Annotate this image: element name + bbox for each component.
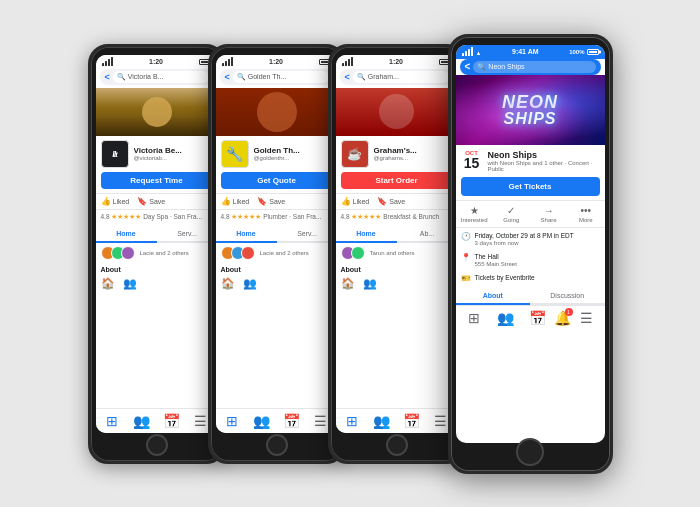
tab-home[interactable]: Home bbox=[96, 226, 157, 243]
stars: ★★★★★ bbox=[111, 213, 141, 220]
home-button[interactable] bbox=[386, 434, 408, 456]
search-input[interactable]: 🔍 Graham... bbox=[353, 71, 449, 83]
rating-category: Plumber · San Fra... bbox=[263, 213, 321, 220]
profile-name: Victoria Be... bbox=[134, 146, 213, 155]
search-bar-golden[interactable]: < 🔍 Golden Th... bbox=[220, 69, 334, 85]
search-bar-neon[interactable]: < 🔍 Neon Ships bbox=[460, 59, 601, 75]
profile-url: @victoriab... bbox=[134, 155, 213, 161]
action-button-victoria[interactable]: Request Time bbox=[101, 172, 213, 189]
signal-indicator: ▲ bbox=[462, 47, 482, 56]
rating-row: 4.8 ★★★★★ Day Spa · San Fra... bbox=[96, 210, 218, 224]
search-text: Neon Ships bbox=[488, 63, 524, 70]
phone-screen-golden: 1:20 < 🔍 Golden Th... bbox=[216, 55, 338, 433]
back-button[interactable]: < bbox=[345, 72, 350, 82]
search-input[interactable]: 🔍 Neon Ships bbox=[473, 61, 595, 73]
more-label: More bbox=[579, 217, 593, 223]
like-button[interactable]: 👍 Liked bbox=[341, 197, 370, 206]
search-bar-victoria[interactable]: < 🔍 Victoria B... bbox=[100, 69, 214, 85]
back-button[interactable]: < bbox=[465, 61, 471, 72]
tab-home[interactable]: Home bbox=[216, 226, 277, 243]
back-button[interactable]: < bbox=[105, 72, 110, 82]
nav-tabs: Home Serv... bbox=[96, 226, 218, 243]
event-action-share[interactable]: → Share bbox=[530, 201, 567, 227]
save-label: Save bbox=[389, 198, 405, 205]
event-action-interested[interactable]: ★ Interested bbox=[456, 201, 493, 227]
bottom-tab-people[interactable]: 👥 bbox=[247, 413, 277, 429]
profile-url: @grahams... bbox=[374, 155, 453, 161]
mini-avatar-3 bbox=[241, 246, 255, 260]
mini-avatar-2 bbox=[351, 246, 365, 260]
profile-info-golden: Golden Th... @goldenthr... bbox=[254, 146, 333, 161]
bottom-tab-calendar[interactable]: 📅 bbox=[522, 310, 554, 326]
bottom-tab-people[interactable]: 👥 bbox=[367, 413, 397, 429]
neon-ships-line1: NEON bbox=[502, 93, 558, 111]
action-button-golden[interactable]: Get Quote bbox=[221, 172, 333, 189]
phone-grahams: 1:20 < 🔍 Graham... bbox=[328, 44, 466, 464]
tab-about[interactable]: About bbox=[456, 288, 531, 305]
event-header: OCT 15 Neon Ships with Neon Ships and 1 … bbox=[456, 145, 605, 177]
bottom-tab-home[interactable]: ⊞ bbox=[218, 413, 248, 429]
bottom-tab-people[interactable]: 👥 bbox=[490, 310, 522, 326]
like-button[interactable]: 👍 Liked bbox=[221, 197, 250, 206]
bottom-tab-menu[interactable]: ☰ bbox=[571, 310, 603, 326]
about-icons: 🏠 👥 bbox=[101, 273, 213, 290]
back-button[interactable]: < bbox=[225, 72, 230, 82]
neon-ships-line2: SHIPS bbox=[502, 111, 558, 127]
like-save-row: 👍 Liked 🔖 Save bbox=[96, 193, 218, 210]
phone-victoria: 1:20 < 🔍 Victoria B... bbox=[88, 44, 226, 464]
event-day: 15 bbox=[464, 156, 480, 170]
bottom-tab-calendar[interactable]: 📅 bbox=[157, 413, 187, 429]
get-tickets-button[interactable]: Get Tickets bbox=[461, 177, 600, 196]
signal-indicator bbox=[102, 57, 113, 66]
save-button[interactable]: 🔖 Save bbox=[137, 197, 165, 206]
phone-body-victoria: 1:20 < 🔍 Victoria B... bbox=[88, 44, 226, 464]
location-text: The Hall 555 Main Street bbox=[475, 252, 517, 267]
action-button-grahams[interactable]: Start Order bbox=[341, 172, 453, 189]
nav-tabs: Home Serv... bbox=[216, 226, 338, 243]
vol-up-button bbox=[88, 117, 89, 142]
going-label: Going bbox=[503, 217, 519, 223]
signal-bar-2 bbox=[105, 61, 107, 66]
profile-name: Golden Th... bbox=[254, 146, 333, 155]
bottom-tab-home[interactable]: ⊞ bbox=[458, 310, 490, 326]
battery-fill bbox=[589, 51, 597, 53]
people-text: Tarun and others bbox=[370, 250, 415, 256]
event-date-text: Friday, October 29 at 8 PM in EDT bbox=[475, 231, 574, 240]
bottom-tab-calendar[interactable]: 📅 bbox=[397, 413, 427, 429]
event-nav-tabs: About Discussion bbox=[456, 288, 605, 305]
bottom-tab-home[interactable]: ⊞ bbox=[98, 413, 128, 429]
search-input[interactable]: 🔍 Victoria B... bbox=[113, 71, 209, 83]
phone-screen-victoria: 1:20 < 🔍 Victoria B... bbox=[96, 55, 218, 433]
home-button[interactable] bbox=[146, 434, 168, 456]
status-time: 1:20 bbox=[269, 58, 283, 65]
bottom-tab-calendar[interactable]: 📅 bbox=[277, 413, 307, 429]
like-button[interactable]: 👍 Liked bbox=[101, 197, 130, 206]
bottom-tab-home[interactable]: ⊞ bbox=[338, 413, 368, 429]
save-button[interactable]: 🔖 Save bbox=[377, 197, 405, 206]
signal-bar-4 bbox=[351, 57, 353, 66]
bottom-tab-notifications-wrapper: 🔔 1 bbox=[554, 310, 571, 326]
signal-bar-2 bbox=[225, 61, 227, 66]
rating-category: Day Spa · San Fra... bbox=[143, 213, 202, 220]
save-button[interactable]: 🔖 Save bbox=[257, 197, 285, 206]
phone-golden: 1:20 < 🔍 Golden Th... bbox=[208, 44, 346, 464]
home-button[interactable] bbox=[266, 434, 288, 456]
event-action-going[interactable]: ✓ Going bbox=[493, 201, 530, 227]
search-input[interactable]: 🔍 Golden Th... bbox=[233, 71, 329, 83]
signal-bar-4 bbox=[471, 47, 473, 56]
search-bar-grahams[interactable]: < 🔍 Graham... bbox=[340, 69, 454, 85]
wifi-icon: ▲ bbox=[476, 50, 482, 56]
event-action-more[interactable]: ••• More bbox=[567, 201, 604, 227]
signal-indicator bbox=[342, 57, 353, 66]
ticket-icon: 🎫 bbox=[461, 274, 471, 283]
avatar-symbol: 🔧 bbox=[226, 146, 243, 162]
bottom-tab-people[interactable]: 👥 bbox=[127, 413, 157, 429]
home-button-neon[interactable] bbox=[516, 438, 544, 466]
tab-discussion[interactable]: Discussion bbox=[530, 288, 605, 303]
neon-ships-title: NEON SHIPS bbox=[502, 93, 558, 127]
cover-image-victoria bbox=[96, 88, 218, 136]
event-date: OCT 15 bbox=[461, 150, 483, 172]
tab-home[interactable]: Home bbox=[336, 226, 397, 243]
search-icon: 🔍 bbox=[117, 73, 126, 81]
status-right: 100% bbox=[569, 49, 598, 55]
